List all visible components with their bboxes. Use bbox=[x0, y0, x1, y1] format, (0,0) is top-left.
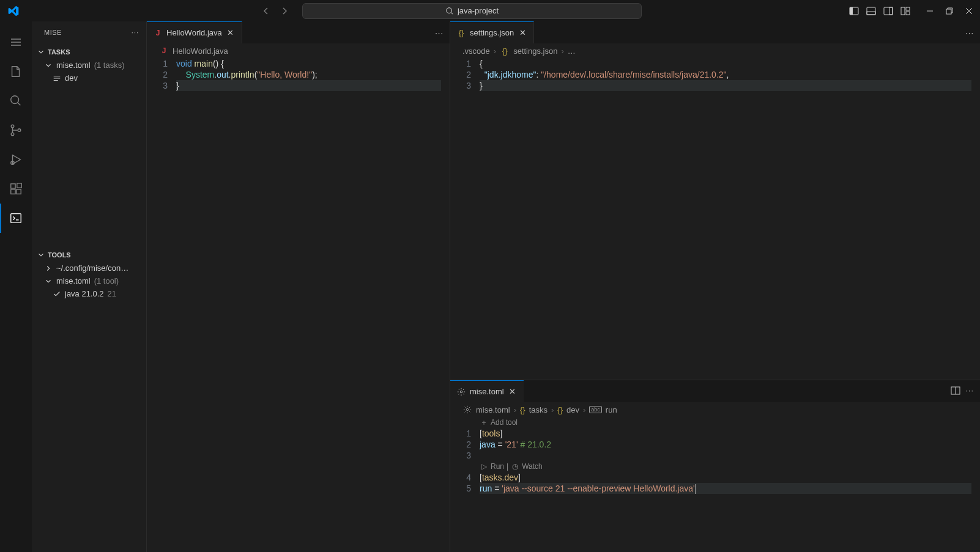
svg-rect-6 bbox=[889, 7, 893, 15]
editor-actions-icon[interactable]: ··· bbox=[959, 28, 980, 37]
command-center-text: java-project bbox=[458, 6, 499, 15]
tasks-section-header[interactable]: TASKS bbox=[32, 45, 146, 59]
command-center[interactable]: java-project bbox=[302, 3, 642, 19]
tasks-file-count: (1 tasks) bbox=[94, 61, 125, 70]
svg-point-23 bbox=[466, 408, 469, 411]
task-item-label: dev bbox=[65, 73, 78, 83]
sidebar-title: MISE bbox=[44, 29, 62, 36]
json-file-icon: {} bbox=[500, 46, 510, 56]
breadcrumb-item: tasks bbox=[529, 405, 548, 414]
activity-bar bbox=[0, 21, 32, 552]
mise-panel-icon[interactable] bbox=[0, 204, 32, 233]
svg-rect-7 bbox=[901, 7, 905, 15]
tab-label: mise.toml bbox=[470, 387, 504, 396]
tool-java-label: java 21.0.2 bbox=[65, 289, 104, 298]
codelens-add-tool[interactable]: Add tool bbox=[491, 417, 518, 428]
breadcrumb-item: .vscode bbox=[462, 46, 490, 56]
close-icon[interactable]: ✕ bbox=[508, 387, 518, 397]
tools-config-item[interactable]: ~/.config/mise/con… bbox=[32, 262, 146, 274]
breadcrumb[interactable]: mise.toml › {} tasks › {} dev › abc run bbox=[450, 402, 980, 417]
split-editor-icon[interactable] bbox=[951, 386, 960, 397]
svg-rect-8 bbox=[906, 7, 910, 10]
svg-point-21 bbox=[460, 391, 462, 393]
titlebar: java-project bbox=[0, 0, 980, 21]
java-file-icon: J bbox=[153, 28, 163, 38]
svg-point-12 bbox=[11, 125, 14, 128]
vscode-logo-icon bbox=[7, 5, 20, 17]
tab-mise-toml[interactable]: mise.toml ✕ bbox=[450, 380, 524, 402]
sidebar-more-icon[interactable]: ··· bbox=[132, 29, 139, 36]
nav-back-button[interactable] bbox=[259, 4, 273, 18]
svg-rect-16 bbox=[11, 184, 15, 188]
watch-icon[interactable]: ◷ bbox=[511, 462, 519, 471]
layout-panel-icon[interactable] bbox=[865, 5, 877, 17]
restore-button[interactable] bbox=[943, 5, 956, 17]
svg-point-13 bbox=[11, 133, 14, 136]
minimap[interactable] bbox=[971, 58, 980, 380]
string-icon: abc bbox=[589, 406, 602, 413]
svg-point-14 bbox=[18, 129, 21, 132]
breadcrumb-item: dev bbox=[566, 405, 579, 414]
codelens-watch[interactable]: Watch bbox=[522, 461, 543, 472]
tasks-section-label: TASKS bbox=[48, 48, 70, 56]
layout-sidebar-right-icon[interactable] bbox=[882, 5, 894, 17]
tasks-file-label: mise.toml bbox=[56, 61, 91, 70]
chevron-down-icon bbox=[44, 277, 53, 285]
code-editor[interactable]: 123 void main() { System.out.println("He… bbox=[147, 58, 450, 552]
close-icon[interactable]: ✕ bbox=[226, 28, 236, 38]
chevron-right-icon bbox=[44, 264, 53, 273]
chevron-down-icon bbox=[37, 48, 45, 56]
minimap[interactable] bbox=[441, 58, 450, 552]
tools-section-label: TOOLS bbox=[48, 251, 71, 259]
editor-group-right-bottom: mise.toml ✕ ··· mise.toml › {} tasks › {… bbox=[450, 380, 980, 552]
tools-section-header[interactable]: TOOLS bbox=[32, 248, 146, 262]
chevron-down-icon bbox=[37, 251, 45, 259]
tab-settings-json[interactable]: {} settings.json ✕ bbox=[450, 21, 534, 43]
svg-rect-17 bbox=[11, 190, 15, 194]
code-editor[interactable]: 123 45 ＋ Add tool[tools]java = '21' # 21… bbox=[450, 417, 980, 552]
codelens-run[interactable]: Run bbox=[491, 461, 504, 472]
json-file-icon: {} bbox=[456, 28, 466, 38]
tool-java-item[interactable]: java 21.0.2 21 bbox=[32, 287, 146, 300]
editor-group-right-top: {} settings.json ✕ ··· .vscode › {} sett… bbox=[450, 21, 980, 380]
editor-actions-icon[interactable]: ··· bbox=[429, 28, 450, 37]
customize-layout-icon[interactable] bbox=[899, 5, 911, 17]
layout-sidebar-left-icon[interactable] bbox=[848, 5, 860, 17]
svg-rect-9 bbox=[906, 12, 910, 15]
tab-helloworld[interactable]: J HelloWorld.java ✕ bbox=[147, 21, 242, 43]
tasks-file-item[interactable]: mise.toml (1 tasks) bbox=[32, 59, 146, 72]
breadcrumb-item: run bbox=[606, 405, 617, 414]
tools-config-label: ~/.config/mise/con… bbox=[56, 263, 128, 273]
task-item-dev[interactable]: dev bbox=[32, 72, 146, 84]
task-icon bbox=[53, 74, 61, 83]
run-debug-icon[interactable] bbox=[0, 145, 32, 174]
code-editor[interactable]: 123 { "jdk.jdkhome": "/home/dev/.local/s… bbox=[450, 58, 980, 380]
svg-rect-19 bbox=[17, 183, 21, 188]
play-icon[interactable]: ▷ bbox=[480, 462, 488, 471]
breadcrumb[interactable]: J HelloWorld.java bbox=[147, 43, 450, 58]
explorer-icon[interactable] bbox=[0, 57, 32, 86]
breadcrumb-item: HelloWorld.java bbox=[173, 46, 228, 56]
chevron-down-icon bbox=[44, 61, 53, 70]
editor-group-left: J HelloWorld.java ✕ ··· J HelloWorld.jav… bbox=[147, 21, 450, 552]
extensions-icon[interactable] bbox=[0, 174, 32, 204]
minimap[interactable] bbox=[971, 417, 980, 552]
editor-actions-icon[interactable]: ··· bbox=[965, 386, 974, 397]
menu-icon[interactable] bbox=[0, 28, 32, 57]
svg-rect-10 bbox=[946, 9, 951, 14]
breadcrumb[interactable]: .vscode › {} settings.json › … bbox=[450, 43, 980, 58]
tools-misetoml-label: mise.toml bbox=[56, 276, 91, 285]
svg-rect-18 bbox=[17, 190, 21, 194]
tool-java-version: 21 bbox=[108, 289, 116, 298]
close-button[interactable] bbox=[963, 5, 975, 17]
svg-rect-3 bbox=[867, 7, 875, 15]
source-control-icon[interactable] bbox=[0, 116, 32, 145]
svg-point-0 bbox=[447, 7, 452, 13]
plus-icon[interactable]: ＋ bbox=[480, 418, 488, 427]
tools-misetoml-item[interactable]: mise.toml (1 tool) bbox=[32, 274, 146, 287]
search-icon[interactable] bbox=[0, 86, 32, 116]
minimize-button[interactable] bbox=[924, 5, 936, 17]
close-icon[interactable]: ✕ bbox=[518, 28, 527, 38]
tools-misetoml-count: (1 tool) bbox=[94, 276, 119, 285]
nav-forward-button[interactable] bbox=[278, 4, 291, 18]
